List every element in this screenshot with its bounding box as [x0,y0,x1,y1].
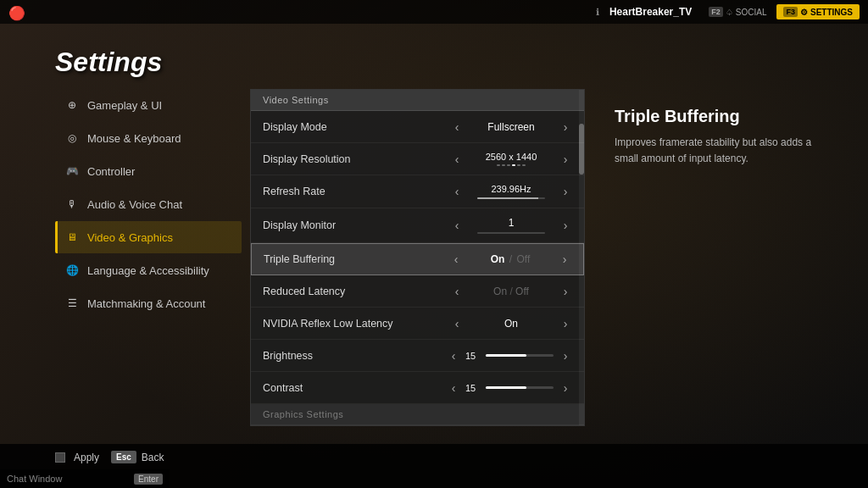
resolution-prev[interactable]: ‹ [450,153,464,165]
mouse-icon: ◎ [65,131,79,145]
bottom-actions: Apply Esc Back [55,451,164,463]
sidebar-item-matchmaking[interactable]: ☰ Matchmaking & Account [55,287,242,319]
contrast-next[interactable]: › [559,382,572,394]
value-display-resolution: 2560 x 1440 [469,152,554,162]
apply-action[interactable]: Apply [55,452,99,463]
sidebar-label-language: Language & Accessibility [87,264,209,277]
gameplay-icon: ⊕ [65,98,79,112]
reduced-latency-prev[interactable]: ‹ [450,286,464,297]
monitor-prev[interactable]: ‹ [450,219,464,231]
row-contrast: Contrast ‹ 15 › [251,372,584,404]
triple-buffering-prev[interactable]: ‹ [449,253,463,265]
top-bar-right: ℹ HeartBreaker_TV F2 ♤ SOCIAL F3 ⚙ SETTI… [596,4,860,19]
label-contrast: Contrast [263,382,447,394]
tab-social[interactable]: F2 ♤ SOCIAL [702,4,773,19]
brightness-slider[interactable]: 15 [465,351,554,361]
sidebar-label-controller: Controller [87,165,135,178]
control-brightness: ‹ 15 › [447,350,572,362]
settings-key: F3 [783,7,798,17]
control-contrast: ‹ 15 › [447,382,572,394]
gear-icon: ⚙ [800,8,808,17]
enter-button[interactable]: Enter [134,474,163,485]
sidebar-label-gameplay-ui: Gameplay & UI [87,99,162,112]
refresh-rate-prev[interactable]: ‹ [450,186,464,197]
display-mode-prev[interactable]: ‹ [450,121,464,133]
sidebar-item-mouse-keyboard[interactable]: ◎ Mouse & Keyboard [55,122,242,154]
row-display-monitor: Display Monitor ‹ 1 › [251,208,584,243]
value-reduced-latency: On / Off [469,286,554,297]
row-reduced-latency: Reduced Latency ‹ On / Off › [251,275,584,308]
audio-icon: 🎙 [65,197,79,211]
label-brightness: Brightness [263,350,447,362]
value-display-monitor: 1 [469,217,554,229]
nvidia-reflex-next[interactable]: › [559,318,572,330]
contrast-slider[interactable]: 15 [465,383,554,393]
video-settings-header: Video Settings [251,90,584,111]
contrast-fill [486,386,526,389]
info-icon: ℹ [596,7,599,18]
sidebar-label-mouse-keyboard: Mouse & Keyboard [87,132,181,145]
label-nvidia-reflex: NVIDIA Reflex Low Latency [263,318,450,330]
settings-panel: Video Settings Display Mode ‹ Fullscreen… [250,89,585,426]
refresh-rate-next[interactable]: › [559,186,572,197]
control-refresh-rate: ‹ 239.96Hz › [450,184,572,199]
resolution-next[interactable]: › [559,153,572,165]
controller-icon: 🎮 [65,164,79,178]
chat-window[interactable]: Chat Window Enter [0,469,170,488]
sidebar-label-matchmaking: Matchmaking & Account [87,297,205,310]
social-icon: ♤ [726,8,733,17]
control-nvidia-reflex: ‹ On › [450,318,572,330]
control-reduced-latency: ‹ On / Off › [450,286,572,297]
row-display-mode: Display Mode ‹ Fullscreen › [251,111,584,143]
brightness-track [486,354,554,357]
chat-label: Chat Window [7,474,62,484]
nav-tabs: F2 ♤ SOCIAL F3 ⚙ SETTINGS [702,4,860,19]
label-refresh-rate: Refresh Rate [263,186,450,197]
bottom-bar: Apply Esc Back Chat Window Enter [0,444,868,488]
video-icon: 🖥 [65,230,79,244]
sidebar-item-controller[interactable]: 🎮 Controller [55,155,242,187]
control-display-monitor: ‹ 1 › [450,217,572,234]
sidebar-label-audio: Audio & Voice Chat [87,198,182,211]
scroll-bar[interactable] [579,90,584,425]
triple-buffering-next[interactable]: › [558,253,571,265]
off-dim-label: Off [515,286,529,297]
reduced-latency-next[interactable]: › [559,286,572,297]
main-content: Video Settings Display Mode ‹ Fullscreen… [250,89,585,426]
top-bar-left: 🔴 [8,5,22,19]
label-display-mode: Display Mode [263,121,450,133]
brightness-next[interactable]: › [559,350,572,362]
row-triple-buffering[interactable]: Triple Buffering ‹ On / Off › [251,243,584,275]
brightness-fill [486,354,526,357]
brightness-prev[interactable]: ‹ [447,350,460,362]
contrast-value: 15 [465,383,481,393]
back-label: Back [142,452,164,463]
sidebar-item-gameplay-ui[interactable]: ⊕ Gameplay & UI [55,89,242,121]
sidebar: ⊕ Gameplay & UI ◎ Mouse & Keyboard 🎮 Con… [55,89,242,320]
value-refresh-rate: 239.96Hz [469,184,554,194]
sidebar-item-video[interactable]: 🖥 Video & Graphics [55,221,242,253]
value-display-mode: Fullscreen [469,121,554,133]
sidebar-label-video: Video & Graphics [87,231,173,244]
value-triple-buffering: On / Off [468,253,553,265]
nvidia-reflex-prev[interactable]: ‹ [450,318,464,330]
social-key: F2 [709,7,723,17]
row-brightness: Brightness ‹ 15 › [251,340,584,372]
tab-settings[interactable]: F3 ⚙ SETTINGS [776,4,860,19]
control-display-mode: ‹ Fullscreen › [450,121,572,133]
sidebar-item-audio[interactable]: 🎙 Audio & Voice Chat [55,188,242,220]
back-action[interactable]: Esc Back [111,451,164,463]
control-triple-buffering: ‹ On / Off › [449,253,571,265]
settings-label: SETTINGS [810,8,853,17]
sep-dim: / [507,286,515,297]
sidebar-item-language[interactable]: 🌐 Language & Accessibility [55,254,242,286]
label-triple-buffering: Triple Buffering [264,253,449,265]
page-title: Settings [55,47,162,78]
contrast-prev[interactable]: ‹ [447,382,460,394]
detail-panel: Triple Buffering Improves framerate stab… [598,89,843,184]
label-display-resolution: Display Resolution [263,153,450,165]
back-key: Esc [111,451,136,463]
matchmaking-icon: ☰ [65,297,79,310]
display-mode-next[interactable]: › [559,121,572,133]
monitor-next[interactable]: › [559,219,572,231]
